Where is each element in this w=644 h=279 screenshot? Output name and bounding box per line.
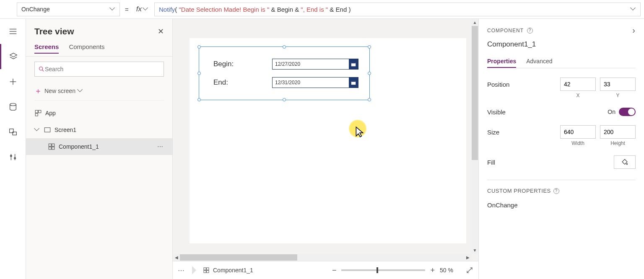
tree-item-app[interactable]: App [26,105,172,121]
close-icon[interactable]: ✕ [158,27,164,36]
tree-panel: Tree view ✕ Screens Components ＋ New scr… [26,19,173,279]
calendar-icon[interactable] [349,77,358,88]
new-screen-button[interactable]: ＋ New screen [34,84,164,101]
zoom-in-button[interactable]: + [430,266,435,275]
component-icon [203,267,210,274]
svg-rect-17 [35,114,38,116]
end-date-value: 12/31/2020 [273,80,349,85]
begin-date-value: 12/27/2020 [273,61,349,67]
scroll-thumb[interactable] [180,254,297,261]
position-x-sublabel: X [560,93,596,98]
resize-handle[interactable] [197,72,201,75]
size-height-sublabel: Height [600,140,636,146]
divider [487,180,636,180]
formula-text: Notify( "Date Selection Made! Begin is "… [159,6,351,13]
expand-formula-icon[interactable] [631,7,636,12]
database-icon [8,102,18,111]
resize-handle[interactable] [368,45,371,49]
zoom-out-button[interactable]: − [332,266,337,275]
slider-knob[interactable] [377,267,378,273]
svg-rect-28 [207,268,209,270]
expand-icon[interactable] [466,266,473,274]
size-height-input[interactable] [600,125,636,139]
tree-item-screen1[interactable]: Screen1 [26,121,172,138]
size-width-sublabel: Width [560,140,596,146]
resize-handle[interactable] [368,72,371,75]
chevron-down-icon [78,88,83,93]
rail-media[interactable] [0,119,26,145]
bottom-bar: ⋯ Component1_1 − + 50 % [173,261,478,279]
end-date-input[interactable]: 12/31/2020 [272,77,358,88]
tree-title: Tree view [34,26,74,36]
scroll-up-icon[interactable]: ▲ [471,19,478,26]
calendar-icon[interactable] [349,59,358,70]
tab-screens[interactable]: Screens [34,41,59,54]
chevron-down-icon [143,7,148,12]
resize-handle[interactable] [283,45,286,49]
resize-handle[interactable] [197,98,201,101]
more-icon[interactable]: ⋯ [157,143,164,150]
resize-handle[interactable] [197,45,201,49]
equals-sign: = [123,6,130,13]
hamburger-icon [8,27,18,36]
chevron-right-icon[interactable]: › [632,26,636,35]
rail-insert[interactable] [0,69,26,94]
tab-properties[interactable]: Properties [487,55,516,68]
begin-date-input[interactable]: 12/27/2020 [272,59,358,70]
resize-handle[interactable] [283,98,286,101]
horizontal-scrollbar[interactable]: ◀ ▶ [173,254,471,261]
svg-rect-18 [44,128,50,132]
custom-property-onchange[interactable]: OnChange [487,202,636,209]
screen-canvas[interactable]: Begin: 12/27/2020 End: 12/31/2020 [190,38,466,243]
search-input[interactable] [45,66,160,72]
size-width-input[interactable] [560,125,596,139]
help-icon[interactable]: ? [553,188,559,194]
rail-settings[interactable] [0,145,26,170]
formula-input[interactable]: Notify( "Date Selection Made! Begin is "… [154,3,641,16]
plus-icon [8,77,18,86]
position-y-input[interactable] [600,78,636,91]
selected-component[interactable]: Begin: 12/27/2020 End: 12/31/2020 [199,46,370,100]
rail-tree-view[interactable] [0,44,26,69]
chevron-down-icon [110,7,115,12]
fill-picker[interactable] [614,155,636,169]
plus-icon: ＋ [34,86,42,96]
tab-advanced[interactable]: Advanced [526,55,552,68]
svg-rect-29 [204,271,206,273]
svg-rect-15 [35,110,38,113]
more-icon[interactable]: ⋯ [178,266,185,274]
breadcrumb[interactable]: Component1_1 [203,267,253,274]
visible-toggle[interactable] [619,108,636,116]
scroll-down-icon[interactable]: ▼ [471,247,478,254]
svg-rect-19 [49,144,51,146]
scroll-right-icon[interactable]: ▶ [464,254,471,261]
tree-item-component[interactable]: Component1_1 ⋯ [26,138,172,155]
scroll-thumb[interactable] [472,26,478,160]
svg-rect-26 [351,81,356,82]
paint-icon [621,158,628,166]
zoom-slider[interactable] [341,269,425,271]
property-selector[interactable]: OnChange [17,3,120,16]
media-icon [8,127,18,137]
breadcrumb-label: Component1_1 [213,267,253,274]
rail-data[interactable] [0,94,26,119]
svg-point-13 [39,67,43,70]
svg-rect-24 [351,62,356,63]
position-x-input[interactable] [560,78,596,91]
tree-search[interactable] [34,62,164,77]
svg-line-14 [42,70,44,72]
help-icon[interactable]: ? [527,28,533,34]
svg-marker-3 [10,53,17,57]
zoom-value: 50 % [440,267,461,274]
rail-hamburger[interactable] [0,19,26,44]
layers-icon [9,52,18,61]
formula-bar: OnChange = fx Notify( "Date Selection Ma… [0,0,644,19]
fx-label: fx [136,5,142,13]
vertical-scrollbar[interactable]: ▲ ▼ [471,19,478,254]
resize-handle[interactable] [368,98,371,101]
fx-button[interactable]: fx [134,5,151,13]
tab-components[interactable]: Components [69,41,104,54]
chevron-down-icon[interactable] [34,127,40,133]
size-label: Size [487,129,560,136]
scroll-left-icon[interactable]: ◀ [173,254,180,261]
